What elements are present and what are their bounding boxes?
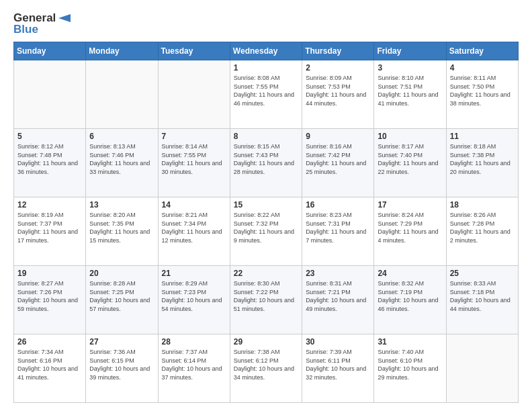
day-number: 18 — [450, 200, 515, 210]
day-info: Sunrise: 8:13 AM Sunset: 7:46 PM Dayligh… — [89, 142, 154, 176]
day-number: 14 — [162, 200, 226, 210]
day-number: 19 — [17, 269, 82, 278]
day-info: Sunrise: 8:20 AM Sunset: 7:35 PM Dayligh… — [89, 211, 154, 244]
day-number: 3 — [378, 63, 442, 73]
day-header-friday: Friday — [374, 42, 446, 60]
calendar-cell — [158, 60, 230, 129]
calendar-cell: 17Sunrise: 8:24 AM Sunset: 7:29 PM Dayli… — [374, 197, 446, 266]
logo: General Blue — [13, 12, 71, 35]
calendar-cell — [86, 60, 158, 129]
calendar-cell: 14Sunrise: 8:21 AM Sunset: 7:34 PM Dayli… — [158, 197, 230, 266]
day-number: 17 — [378, 200, 442, 210]
day-number: 15 — [234, 200, 298, 210]
day-info: Sunrise: 7:39 AM Sunset: 6:11 PM Dayligh… — [306, 348, 370, 381]
day-number: 13 — [89, 200, 154, 210]
day-number: 12 — [17, 200, 82, 210]
day-info: Sunrise: 8:10 AM Sunset: 7:51 PM Dayligh… — [378, 74, 442, 107]
week-row-5: 26Sunrise: 7:34 AM Sunset: 6:16 PM Dayli… — [14, 334, 519, 403]
calendar-cell: 20Sunrise: 8:28 AM Sunset: 7:25 PM Dayli… — [86, 266, 158, 334]
svg-marker-0 — [58, 14, 71, 22]
day-info: Sunrise: 7:38 AM Sunset: 6:12 PM Dayligh… — [234, 348, 298, 381]
day-number: 22 — [234, 269, 298, 278]
calendar-cell: 19Sunrise: 8:27 AM Sunset: 7:26 PM Dayli… — [14, 266, 86, 334]
calendar-table: SundayMondayTuesdayWednesdayThursdayFrid… — [13, 42, 519, 403]
day-info: Sunrise: 8:31 AM Sunset: 7:21 PM Dayligh… — [306, 279, 370, 313]
day-number: 20 — [89, 269, 154, 278]
day-info: Sunrise: 8:27 AM Sunset: 7:26 PM Dayligh… — [17, 279, 82, 313]
calendar-cell: 27Sunrise: 7:36 AM Sunset: 6:15 PM Dayli… — [86, 334, 158, 403]
day-info: Sunrise: 8:21 AM Sunset: 7:34 PM Dayligh… — [162, 211, 226, 244]
logo-bird-icon — [57, 13, 71, 24]
calendar-cell: 11Sunrise: 8:18 AM Sunset: 7:38 PM Dayli… — [446, 129, 518, 197]
calendar-cell: 21Sunrise: 8:29 AM Sunset: 7:23 PM Dayli… — [158, 266, 230, 334]
calendar-cell: 15Sunrise: 8:22 AM Sunset: 7:32 PM Dayli… — [230, 197, 302, 266]
calendar-body: 1Sunrise: 8:08 AM Sunset: 7:55 PM Daylig… — [14, 60, 519, 403]
day-header-wednesday: Wednesday — [230, 42, 302, 60]
calendar-cell: 8Sunrise: 8:15 AM Sunset: 7:43 PM Daylig… — [230, 129, 302, 197]
day-info: Sunrise: 8:14 AM Sunset: 7:55 PM Dayligh… — [162, 142, 226, 176]
day-info: Sunrise: 7:37 AM Sunset: 6:14 PM Dayligh… — [162, 348, 226, 381]
calendar-header: SundayMondayTuesdayWednesdayThursdayFrid… — [14, 42, 519, 60]
day-info: Sunrise: 8:09 AM Sunset: 7:53 PM Dayligh… — [306, 74, 370, 107]
page: General Blue SundayMondayTuesdayWednesda… — [0, 0, 532, 411]
day-info: Sunrise: 7:34 AM Sunset: 6:16 PM Dayligh… — [17, 348, 82, 381]
week-row-2: 5Sunrise: 8:12 AM Sunset: 7:48 PM Daylig… — [14, 129, 519, 197]
day-info: Sunrise: 7:40 AM Sunset: 6:10 PM Dayligh… — [378, 348, 442, 381]
week-row-4: 19Sunrise: 8:27 AM Sunset: 7:26 PM Dayli… — [14, 266, 519, 334]
day-number: 16 — [306, 200, 370, 210]
calendar-cell: 7Sunrise: 8:14 AM Sunset: 7:55 PM Daylig… — [158, 129, 230, 197]
calendar-cell: 28Sunrise: 7:37 AM Sunset: 6:14 PM Dayli… — [158, 334, 230, 403]
calendar-cell: 13Sunrise: 8:20 AM Sunset: 7:35 PM Dayli… — [86, 197, 158, 266]
day-info: Sunrise: 8:28 AM Sunset: 7:25 PM Dayligh… — [89, 279, 154, 313]
calendar-cell: 9Sunrise: 8:16 AM Sunset: 7:42 PM Daylig… — [302, 129, 374, 197]
day-number: 21 — [162, 269, 226, 278]
day-header-saturday: Saturday — [446, 42, 518, 60]
day-number: 8 — [234, 132, 298, 141]
day-info: Sunrise: 8:33 AM Sunset: 7:18 PM Dayligh… — [450, 279, 515, 313]
calendar-cell: 12Sunrise: 8:19 AM Sunset: 7:37 PM Dayli… — [14, 197, 86, 266]
day-info: Sunrise: 8:18 AM Sunset: 7:38 PM Dayligh… — [450, 142, 515, 176]
calendar-cell — [14, 60, 86, 129]
day-info: Sunrise: 8:29 AM Sunset: 7:23 PM Dayligh… — [162, 279, 226, 313]
calendar-cell: 23Sunrise: 8:31 AM Sunset: 7:21 PM Dayli… — [302, 266, 374, 334]
day-info: Sunrise: 8:19 AM Sunset: 7:37 PM Dayligh… — [17, 211, 82, 244]
day-header-monday: Monday — [86, 42, 158, 60]
day-info: Sunrise: 8:26 AM Sunset: 7:28 PM Dayligh… — [450, 211, 515, 244]
day-number: 9 — [306, 132, 370, 141]
day-number: 1 — [234, 63, 298, 73]
calendar-cell: 25Sunrise: 8:33 AM Sunset: 7:18 PM Dayli… — [446, 266, 518, 334]
day-info: Sunrise: 8:22 AM Sunset: 7:32 PM Dayligh… — [234, 211, 298, 244]
calendar-cell: 24Sunrise: 8:32 AM Sunset: 7:19 PM Dayli… — [374, 266, 446, 334]
calendar-cell: 16Sunrise: 8:23 AM Sunset: 7:31 PM Dayli… — [302, 197, 374, 266]
day-number: 25 — [450, 269, 515, 278]
day-info: Sunrise: 8:32 AM Sunset: 7:19 PM Dayligh… — [378, 279, 442, 313]
day-number: 2 — [306, 63, 370, 73]
day-header-tuesday: Tuesday — [158, 42, 230, 60]
calendar-cell: 22Sunrise: 8:30 AM Sunset: 7:22 PM Dayli… — [230, 266, 302, 334]
day-info: Sunrise: 8:11 AM Sunset: 7:50 PM Dayligh… — [450, 74, 515, 107]
day-number: 24 — [378, 269, 442, 278]
calendar-cell: 10Sunrise: 8:17 AM Sunset: 7:40 PM Dayli… — [374, 129, 446, 197]
day-info: Sunrise: 8:24 AM Sunset: 7:29 PM Dayligh… — [378, 211, 442, 244]
calendar-cell: 3Sunrise: 8:10 AM Sunset: 7:51 PM Daylig… — [374, 60, 446, 129]
calendar-cell: 5Sunrise: 8:12 AM Sunset: 7:48 PM Daylig… — [14, 129, 86, 197]
day-info: Sunrise: 8:15 AM Sunset: 7:43 PM Dayligh… — [234, 142, 298, 176]
calendar-cell: 1Sunrise: 8:08 AM Sunset: 7:55 PM Daylig… — [230, 60, 302, 129]
week-row-3: 12Sunrise: 8:19 AM Sunset: 7:37 PM Dayli… — [14, 197, 519, 266]
day-number: 23 — [306, 269, 370, 278]
day-number: 30 — [306, 337, 370, 347]
calendar-cell: 2Sunrise: 8:09 AM Sunset: 7:53 PM Daylig… — [302, 60, 374, 129]
calendar-cell: 6Sunrise: 8:13 AM Sunset: 7:46 PM Daylig… — [86, 129, 158, 197]
day-number: 6 — [89, 132, 154, 141]
calendar-cell: 26Sunrise: 7:34 AM Sunset: 6:16 PM Dayli… — [14, 334, 86, 403]
day-info: Sunrise: 8:23 AM Sunset: 7:31 PM Dayligh… — [306, 211, 370, 244]
day-number: 27 — [89, 337, 154, 347]
day-number: 7 — [162, 132, 226, 141]
day-info: Sunrise: 8:17 AM Sunset: 7:40 PM Dayligh… — [378, 142, 442, 176]
calendar-cell: 31Sunrise: 7:40 AM Sunset: 6:10 PM Dayli… — [374, 334, 446, 403]
day-number: 26 — [17, 337, 82, 347]
day-info: Sunrise: 8:16 AM Sunset: 7:42 PM Dayligh… — [306, 142, 370, 176]
day-number: 31 — [378, 337, 442, 347]
header: General Blue — [13, 12, 519, 35]
calendar-cell: 18Sunrise: 8:26 AM Sunset: 7:28 PM Dayli… — [446, 197, 518, 266]
